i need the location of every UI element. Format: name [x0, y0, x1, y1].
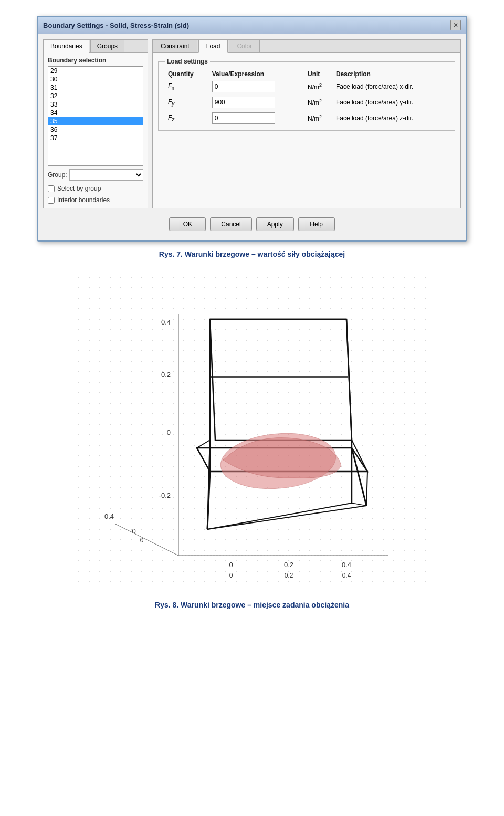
load-settings-title: Load settings — [165, 58, 210, 65]
right-panel-inner: Load settings Quantity Value/Expression … — [153, 53, 460, 136]
svg-text:0.4: 0.4 — [161, 318, 171, 326]
figure-caption-2: Rys. 8. Warunki brzegowe – miejsce zadan… — [155, 601, 349, 609]
list-item[interactable]: 32 — [48, 92, 143, 100]
right-tab-bar: Constraint Load Color — [153, 40, 460, 53]
left-tab-bar: Boundaries Groups — [44, 40, 148, 53]
help-button[interactable]: Help — [298, 217, 335, 231]
load-table: Quantity Value/Expression Unit Descripti… — [165, 69, 448, 126]
select-by-group-label: Select by group — [57, 185, 101, 192]
svg-text:0: 0 — [229, 561, 233, 569]
close-button[interactable]: ✕ — [450, 20, 461, 30]
dialog-content: Boundaries Groups Boundary selection 29 … — [43, 39, 461, 208]
chair-illustration-container: 0.4 0.2 0 -0.2 0 0.2 0.4 0 0.4 0 0.2 0.4… — [37, 272, 467, 587]
unit-fx: N/m2 — [304, 79, 333, 95]
figure-caption-1: Rys. 7. Warunki brzegowe – wartość siły … — [159, 250, 345, 258]
svg-text:0: 0 — [167, 428, 171, 436]
input-fx[interactable] — [212, 81, 275, 92]
list-item[interactable]: 29 — [48, 67, 143, 75]
quantity-fz: Fz — [165, 110, 209, 126]
tab-boundaries[interactable]: Boundaries — [44, 40, 89, 53]
unit-fy: N/m2 — [304, 95, 333, 110]
value-fy — [209, 95, 304, 110]
tab-color: Color — [229, 40, 260, 52]
select-by-group-row: Select by group — [48, 185, 143, 192]
chair-svg: 0.4 0.2 0 -0.2 0 0.2 0.4 0 0.4 0 0.2 0.4… — [74, 272, 430, 587]
group-label: Group: — [48, 171, 67, 179]
value-fx — [209, 79, 304, 95]
table-row: Fz N/m2 Face load (force/area) z-dir. — [165, 110, 448, 126]
col-quantity: Quantity — [165, 69, 209, 79]
cancel-button[interactable]: Cancel — [210, 217, 251, 231]
list-item[interactable]: 31 — [48, 83, 143, 92]
interior-boundaries-label: Interior boundaries — [57, 196, 110, 204]
tab-constraint[interactable]: Constraint — [153, 40, 197, 52]
dialog-title: Boundary Settings - Solid, Stress-Strain… — [43, 22, 189, 29]
boundary-settings-dialog: Boundary Settings - Solid, Stress-Strain… — [37, 16, 467, 242]
input-fz[interactable] — [212, 112, 275, 124]
dialog-titlebar: Boundary Settings - Solid, Stress-Strain… — [38, 17, 466, 34]
svg-text:0: 0 — [132, 527, 135, 535]
unit-fz: N/m2 — [304, 110, 333, 126]
left-panel: Boundaries Groups Boundary selection 29 … — [43, 39, 148, 208]
tab-load[interactable]: Load — [198, 40, 228, 53]
interior-boundaries-checkbox[interactable] — [48, 197, 55, 204]
list-item-selected[interactable]: 35 — [48, 117, 143, 125]
col-unit: Unit — [304, 69, 333, 79]
table-row: Fy N/m2 Face load (force/area) y-dir. — [165, 95, 448, 110]
interior-boundaries-row: Interior boundaries — [48, 196, 143, 204]
svg-text:-0.2: -0.2 — [159, 491, 171, 499]
desc-fx: Face load (force/area) x-dir. — [333, 79, 448, 95]
list-item[interactable]: 34 — [48, 109, 143, 117]
dialog-buttons: OK Cancel Apply Help — [43, 213, 461, 235]
svg-text:0: 0 — [140, 537, 144, 544]
dialog-body: Boundaries Groups Boundary selection 29 … — [38, 34, 466, 240]
table-row: Fx N/m2 Face load (force/area) x-dir. — [165, 79, 448, 95]
group-row: Group: — [48, 169, 143, 181]
col-value: Value/Expression — [209, 69, 304, 79]
svg-text:0.2: 0.2 — [285, 572, 293, 579]
apply-button[interactable]: Apply — [256, 217, 294, 231]
svg-text:0.2: 0.2 — [284, 561, 293, 569]
list-item[interactable]: 33 — [48, 100, 143, 109]
value-fz — [209, 110, 304, 126]
svg-text:0.4: 0.4 — [342, 572, 351, 579]
select-by-group-checkbox[interactable] — [48, 185, 55, 192]
desc-fy: Face load (force/area) y-dir. — [333, 95, 448, 110]
quantity-fy: Fy — [165, 95, 209, 110]
svg-text:0: 0 — [229, 572, 233, 579]
left-panel-inner: Boundary selection 29 30 31 32 33 34 35 … — [44, 53, 148, 208]
ok-button[interactable]: OK — [169, 217, 206, 231]
tab-groups[interactable]: Groups — [90, 40, 124, 52]
boundary-selection-label: Boundary selection — [48, 57, 143, 64]
load-settings-group: Load settings Quantity Value/Expression … — [158, 58, 455, 131]
list-item[interactable]: 37 — [48, 134, 143, 142]
group-dropdown[interactable] — [69, 169, 143, 181]
quantity-fx: Fx — [165, 79, 209, 95]
desc-fz: Face load (force/area) z-dir. — [333, 110, 448, 126]
list-item[interactable]: 36 — [48, 125, 143, 134]
input-fy[interactable] — [212, 97, 275, 108]
svg-text:0.2: 0.2 — [161, 371, 171, 379]
col-description: Description — [333, 69, 448, 79]
right-panel: Constraint Load Color Load settings Quan… — [152, 39, 461, 208]
boundary-list[interactable]: 29 30 31 32 33 34 35 36 37 — [48, 66, 143, 166]
svg-text:0.4: 0.4 — [342, 561, 351, 569]
svg-text:0.4: 0.4 — [104, 512, 114, 520]
list-item[interactable]: 30 — [48, 75, 143, 83]
